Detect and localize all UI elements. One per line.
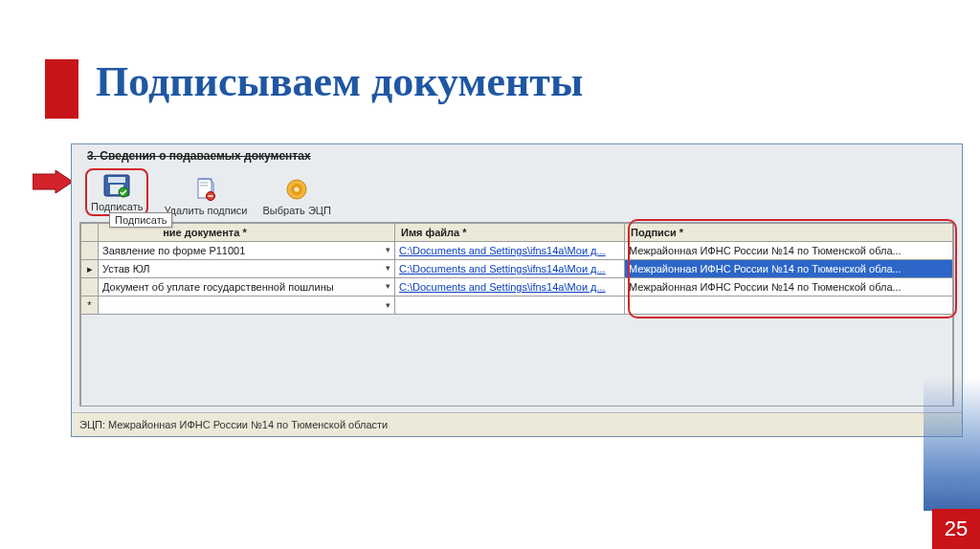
- callout-arrow-icon: [33, 170, 73, 193]
- decorative-gradient: [924, 377, 980, 511]
- dropdown-icon[interactable]: ▾: [386, 300, 390, 310]
- svg-rect-2: [108, 177, 125, 183]
- row-marker: [81, 278, 99, 296]
- svg-point-12: [295, 187, 300, 192]
- slide-title: Подписываем документы: [96, 57, 583, 106]
- document-delete-icon: [189, 176, 222, 203]
- doc-name-cell[interactable]: ▾: [99, 296, 395, 315]
- file-cell[interactable]: C:\Documents and Settings\ifns14a\Мои д.…: [395, 278, 625, 296]
- table-row[interactable]: Документ об уплате государственной пошли…: [81, 278, 953, 296]
- choose-ecp-label: Выбрать ЭЦП: [263, 205, 331, 216]
- delete-signatures-label: Удалить подписи: [164, 205, 247, 216]
- dropdown-icon[interactable]: ▾: [386, 245, 390, 254]
- table-row[interactable]: Заявление по форме Р11001▾ C:\Documents …: [81, 242, 953, 260]
- doc-name-cell[interactable]: Устав ЮЛ▾: [99, 260, 395, 278]
- row-marker: ▸: [81, 260, 99, 278]
- page-number: 25: [932, 509, 980, 549]
- col-file[interactable]: Имя файла *: [395, 224, 625, 242]
- file-link[interactable]: C:\Documents and Settings\ifns14a\Мои д.…: [399, 263, 606, 274]
- file-cell[interactable]: C:\Documents and Settings\ifns14a\Мои д.…: [395, 242, 625, 260]
- stamp-icon: [280, 176, 313, 203]
- choose-ecp-button[interactable]: Выбрать ЭЦП: [263, 176, 331, 216]
- sign-button[interactable]: Подписать: [85, 168, 148, 216]
- file-link[interactable]: C:\Documents and Settings\ifns14a\Мои д.…: [399, 281, 606, 293]
- sign-tooltip: Подписать: [109, 212, 172, 228]
- status-bar: ЭЦП: Межрайонная ИФНС России №14 по Тюме…: [72, 412, 962, 436]
- delete-signatures-button[interactable]: Удалить подписи: [164, 176, 247, 216]
- save-signed-icon: [100, 172, 133, 199]
- dropdown-icon[interactable]: ▾: [386, 263, 390, 273]
- section-title: 3. Сведения о подаваемых документах: [87, 149, 958, 163]
- row-marker: [81, 242, 99, 260]
- table-row[interactable]: ▸ Устав ЮЛ▾ C:\Documents and Settings\if…: [81, 260, 953, 278]
- row-marker-head: [81, 224, 99, 242]
- title-accent-bar: [45, 59, 78, 119]
- row-marker: *: [81, 296, 99, 315]
- svg-marker-0: [33, 170, 73, 193]
- doc-name-cell[interactable]: Документ об уплате государственной пошли…: [99, 278, 395, 296]
- signature-cell[interactable]: Межрайонная ИФНС России №14 по Тюменской…: [625, 242, 953, 260]
- doc-name-cell[interactable]: Заявление по форме Р11001▾: [99, 242, 395, 260]
- table-row-new[interactable]: * ▾: [81, 296, 953, 315]
- dropdown-icon[interactable]: ▾: [386, 281, 390, 291]
- toolbar: Подписать Удалить подписи: [76, 166, 958, 222]
- documents-panel: 3. Сведения о подаваемых документах Подп…: [71, 143, 963, 437]
- signature-cell[interactable]: Межрайонная ИФНС России №14 по Тюменской…: [625, 260, 953, 278]
- documents-grid: Наименование документа * Имя файла * Под…: [79, 222, 954, 406]
- grid-empty-area: [81, 315, 953, 406]
- sign-button-label: Подписать: [91, 201, 143, 212]
- grid-header-row: Наименование документа * Имя файла * Под…: [81, 224, 953, 242]
- file-cell[interactable]: C:\Documents and Settings\ifns14a\Мои д.…: [395, 260, 625, 278]
- signature-cell[interactable]: Межрайонная ИФНС России №14 по Тюменской…: [625, 278, 953, 296]
- col-signatures[interactable]: Подписи *: [625, 224, 953, 242]
- signature-cell[interactable]: [625, 296, 953, 315]
- file-link[interactable]: C:\Documents and Settings\ifns14a\Мои д.…: [399, 245, 606, 256]
- file-cell[interactable]: [395, 296, 625, 315]
